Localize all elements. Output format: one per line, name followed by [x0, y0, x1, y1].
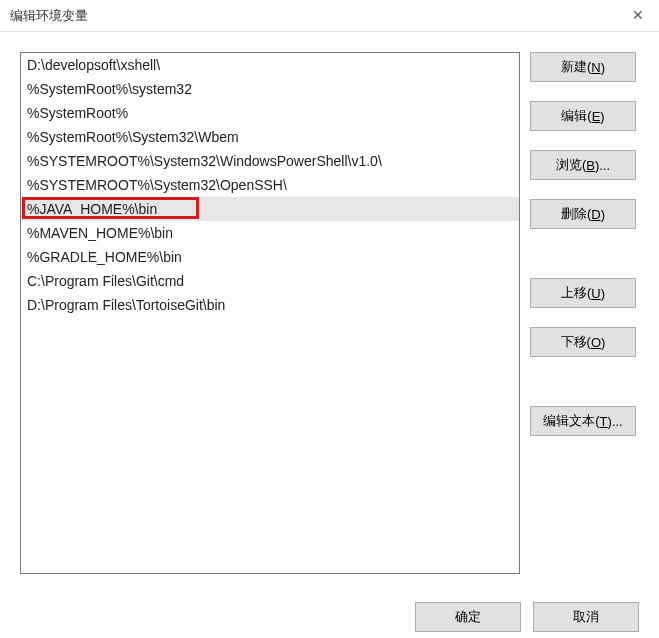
dialog-body: D:\developsoft\xshell\ %SystemRoot%\syst… — [0, 32, 659, 638]
moveup-button[interactable]: 上移(U) — [530, 278, 636, 308]
btn-key: D — [591, 207, 600, 222]
list-item[interactable]: %SYSTEMROOT%\System32\OpenSSH\ — [21, 173, 519, 197]
edit-button[interactable]: 编辑(E) — [530, 101, 636, 131]
list-item[interactable]: D:\Program Files\TortoiseGit\bin — [21, 293, 519, 317]
delete-button[interactable]: 删除(D) — [530, 199, 636, 229]
button-column: 新建(N) 编辑(E) 浏览(B)... 删除(D) 上移(U) 下移(O) — [530, 52, 636, 574]
btn-label: 编辑文本( — [543, 412, 599, 430]
btn-tail: )... — [595, 158, 610, 173]
list-item[interactable]: %SystemRoot%\System32\Wbem — [21, 125, 519, 149]
btn-label: 编辑( — [561, 107, 591, 125]
btn-tail: )... — [608, 414, 623, 429]
btn-label: 下移( — [561, 333, 591, 351]
btn-key: T — [600, 414, 608, 429]
btn-tail: ) — [601, 286, 605, 301]
btn-label: 上移( — [561, 284, 591, 302]
list-item[interactable]: %SystemRoot% — [21, 101, 519, 125]
bottom-button-row: 确定 取消 — [415, 602, 639, 632]
path-listbox[interactable]: D:\developsoft\xshell\ %SystemRoot%\syst… — [20, 52, 520, 574]
btn-tail: ) — [600, 109, 604, 124]
dialog-title: 编辑环境变量 — [10, 7, 88, 25]
btn-label: 新建( — [561, 58, 591, 76]
list-item[interactable]: %GRADLE_HOME%\bin — [21, 245, 519, 269]
btn-key: E — [592, 109, 601, 124]
btn-key: O — [591, 335, 601, 350]
list-item[interactable]: %SystemRoot%\system32 — [21, 77, 519, 101]
close-icon[interactable]: ✕ — [629, 6, 647, 24]
list-item[interactable]: %MAVEN_HOME%\bin — [21, 221, 519, 245]
main-row: D:\developsoft\xshell\ %SystemRoot%\syst… — [20, 52, 639, 574]
edittext-button[interactable]: 编辑文本(T)... — [530, 406, 636, 436]
browse-button[interactable]: 浏览(B)... — [530, 150, 636, 180]
new-button[interactable]: 新建(N) — [530, 52, 636, 82]
btn-key: B — [586, 158, 595, 173]
btn-tail: ) — [601, 207, 605, 222]
cancel-button[interactable]: 取消 — [533, 602, 639, 632]
ok-button[interactable]: 确定 — [415, 602, 521, 632]
btn-label: 浏览( — [556, 156, 586, 174]
list-item[interactable]: C:\Program Files\Git\cmd — [21, 269, 519, 293]
list-item[interactable]: D:\developsoft\xshell\ — [21, 53, 519, 77]
list-item-selected[interactable]: %JAVA_HOME%\bin — [21, 197, 519, 221]
list-item[interactable]: %SYSTEMROOT%\System32\WindowsPowerShell\… — [21, 149, 519, 173]
btn-key: N — [591, 60, 600, 75]
btn-label: 删除( — [561, 205, 591, 223]
btn-tail: ) — [601, 60, 605, 75]
btn-tail: ) — [601, 335, 605, 350]
movedown-button[interactable]: 下移(O) — [530, 327, 636, 357]
btn-key: U — [591, 286, 600, 301]
titlebar: 编辑环境变量 ✕ — [0, 0, 659, 32]
